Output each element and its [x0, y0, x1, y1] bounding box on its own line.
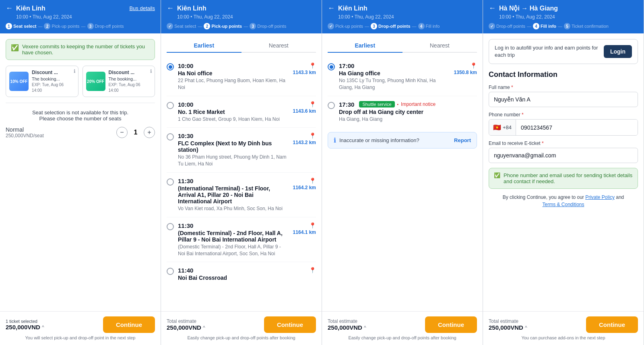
back-button-4[interactable]: ←: [489, 4, 496, 12]
panel3-header: ← Kiên Linh 10:00 • Thu, Aug 22, 2024 ✓ …: [322, 0, 483, 33]
bus-details-link[interactable]: Bus details: [129, 5, 155, 11]
step2-label: Pick-up points: [52, 24, 79, 29]
tab-bar-2: Earliest Nearest: [167, 39, 316, 53]
info-notice: ✅ Phone number and email used for sendin…: [489, 168, 638, 189]
price-caret3[interactable]: ^: [364, 325, 366, 331]
important-note-link[interactable]: Important notice: [401, 101, 436, 107]
info-icon-1: ℹ: [74, 68, 76, 74]
voucher-badge-1: 10% OFF: [9, 72, 29, 91]
panel4-body: Log in to autofill your info and earn po…: [483, 33, 644, 311]
total-label-3: Total estimate: [328, 318, 420, 324]
private-policy-link[interactable]: Private Policy: [585, 194, 615, 200]
tab-earliest-3[interactable]: Earliest: [328, 39, 402, 53]
price-caret2[interactable]: ^: [203, 325, 205, 331]
login-button[interactable]: Login: [604, 45, 632, 58]
dropoff-dist-1: 📍 1350.8 km: [454, 62, 477, 75]
panel1-body: ✅ Vexere commits to keeping the number o…: [0, 33, 161, 311]
check-icon: ✅: [11, 44, 19, 52]
contact-title: Contact Information: [489, 70, 638, 79]
stop-dist-3: 📍 1143.2 km: [293, 132, 316, 145]
panel-seat-select: ← Kiên Linh Bus details 10:00 • Thu, Aug…: [0, 0, 161, 345]
tab-nearest-2[interactable]: Nearest: [242, 39, 316, 53]
stop-info-5: 11:30 (Domestic Terminal) - 2nd Floor, H…: [178, 222, 289, 257]
trip-title-3: Kiên Linh: [338, 5, 477, 12]
back-button-3[interactable]: ←: [328, 4, 335, 12]
phone-prefix[interactable]: 🇻🇳 +84: [489, 120, 516, 135]
panel4-header: ← Hà Nội → Hà Giang 10:00 • Thu, Aug 22,…: [483, 0, 644, 33]
tab-earliest-2[interactable]: Earliest: [167, 39, 242, 53]
voucher-row: 10% OFF Discount ... The booking... EXP:…: [6, 66, 155, 97]
total-label-2: Total estimate: [167, 318, 259, 324]
qty-decrease[interactable]: −: [116, 127, 128, 138]
tab-bar-3: Earliest Nearest: [328, 39, 477, 53]
report-link[interactable]: Report: [454, 137, 471, 143]
step-bar: 1 Seat select — 2 Pick-up points — 3 Dro…: [6, 23, 155, 29]
email-input[interactable]: [489, 148, 638, 163]
continue-button-1[interactable]: Continue: [103, 316, 155, 333]
flag-icon: 🇻🇳: [493, 124, 501, 131]
step2-1: ✓ Seat select: [167, 23, 196, 29]
stop-item-5[interactable]: 11:30 (Domestic Terminal) - 2nd Floor, H…: [167, 217, 316, 262]
step3-3: 4 Fill info: [418, 23, 440, 29]
fullname-input[interactable]: [489, 92, 638, 107]
stop-info-3: 10:30 FLC Complex (Next to My Dinh bus s…: [178, 132, 289, 167]
step2-3-label: Drop-off points: [257, 24, 286, 29]
panel3-footer: Total estimate 250,000VND ^ Continue Eas…: [322, 311, 483, 345]
footer-total2: 250,000VND: [167, 324, 201, 331]
dropoff-item-1[interactable]: 17:00 Ha Giang office No 135C Ly Tu Tron…: [328, 58, 477, 96]
voucher-card-1[interactable]: 10% OFF Discount ... The booking... EXP:…: [6, 66, 78, 97]
step1-num: 1: [6, 23, 12, 29]
stop-item-2[interactable]: 10:00 No. 1 Rice Market 1 Cho Gao Street…: [167, 96, 316, 128]
dropoff-item-2[interactable]: 17:30 Shuttle service • Important notice…: [328, 96, 477, 128]
email-label: Email to receive E-ticket *: [489, 140, 638, 146]
continue-button-4[interactable]: Continue: [586, 316, 638, 333]
fullname-label: Full name *: [489, 85, 638, 90]
price-caret1[interactable]: ^: [42, 324, 44, 330]
stop-item-6[interactable]: 11:40 Noi Bai Crossroad 📍: [167, 262, 316, 286]
login-box: Log in to autofill your info and earn po…: [489, 39, 638, 64]
qty-label-group: Normal 250,000VND/seat: [6, 126, 44, 138]
stop-item-3[interactable]: 10:30 FLC Complex (Next to My Dinh bus s…: [167, 128, 316, 173]
step3-label: Drop-off points: [95, 24, 124, 29]
voucher-card-2[interactable]: 20% OFF Discount ... The booking... EXP:…: [83, 66, 155, 97]
total-label-4: Total estimate: [489, 318, 581, 324]
footer-row1: 1 ticket selected 250,000VND ^ Continue: [6, 316, 155, 333]
back-button-2[interactable]: ←: [167, 4, 174, 12]
phone-input[interactable]: [516, 120, 638, 135]
normal-label: Normal: [6, 126, 44, 133]
info-icon-report: ℹ: [334, 136, 336, 144]
terms-conditions-link[interactable]: Terms & Conditions: [542, 202, 584, 207]
panel-pickup: ← Kiên Linh 10:00 • Thu, Aug 22, 2024 ✓ …: [161, 0, 322, 345]
location-icon-1: 📍: [309, 62, 316, 69]
dropoff-info-1: 17:00 Ha Giang office No 135C Ly Tu Tron…: [339, 62, 450, 91]
price-caret4[interactable]: ^: [525, 325, 527, 331]
footer-total4: 250,000VND: [489, 324, 523, 331]
footer-left4: Total estimate 250,000VND ^: [489, 318, 581, 331]
stop-item-4[interactable]: 11:30 (International Terminal) - 1st Flo…: [167, 173, 316, 217]
footer-note1: You will select pick-up and drop-off poi…: [6, 335, 155, 340]
back-button[interactable]: ←: [6, 4, 13, 12]
voucher-text-2: Discount ... The booking... EXP: Tue, Au…: [109, 69, 152, 93]
trip-datetime-2: 10:00 • Thu, Aug 22, 2024: [177, 14, 316, 20]
panel1-footer: 1 ticket selected 250,000VND ^ Continue …: [0, 311, 161, 345]
footer-total1: 250,000VND: [6, 324, 40, 331]
stop-item-1[interactable]: 10:00 Ha Noi office 22 Phat Loc, Phuong …: [167, 58, 316, 96]
footer-left2: Total estimate 250,000VND ^: [167, 318, 259, 331]
panel1-header: ← Kiên Linh Bus details 10:00 • Thu, Aug…: [0, 0, 161, 33]
step-sep-1: —: [38, 24, 42, 29]
step2-2-label: Pick-up points: [211, 24, 242, 29]
report-text: Inaccurate or missing information?: [339, 137, 451, 143]
tab-nearest-3[interactable]: Nearest: [402, 39, 477, 53]
continue-button-3[interactable]: Continue: [425, 316, 477, 333]
trip-title-4: Hà Nội → Hà Giang: [499, 4, 638, 12]
step2-2-num: 2: [204, 23, 210, 29]
radio-1: [167, 63, 174, 70]
radio-d1: [328, 63, 335, 70]
footer-row3: Total estimate 250,000VND ^ Continue: [328, 316, 477, 333]
qty-increase[interactable]: +: [144, 127, 155, 138]
continue-button-2[interactable]: Continue: [264, 316, 316, 333]
info-notice-text: Phone number and email used for sending …: [504, 172, 633, 184]
footer-left1: 1 ticket selected 250,000VND ^: [6, 319, 98, 331]
stop-info-6: 11:40 Noi Bai Crossroad: [178, 267, 305, 281]
panel-fill-info: ← Hà Nội → Hà Giang 10:00 • Thu, Aug 22,…: [483, 0, 644, 345]
